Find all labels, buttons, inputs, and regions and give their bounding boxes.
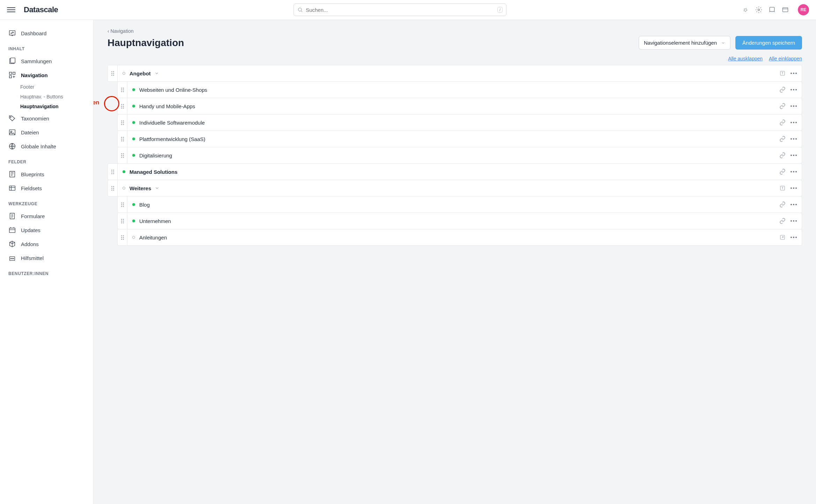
more-actions-button[interactable] xyxy=(791,187,797,189)
drag-handle[interactable] xyxy=(108,180,118,196)
tree-row-body[interactable]: Angebot xyxy=(118,71,779,76)
svg-rect-6 xyxy=(9,72,12,74)
sidebar-item-dashboard[interactable]: Dashboard xyxy=(0,26,93,40)
more-actions-button[interactable] xyxy=(791,220,797,222)
tree-row-body[interactable]: Unternehmen xyxy=(127,218,779,224)
avatar[interactable]: RE xyxy=(798,4,809,15)
addons-icon xyxy=(8,240,16,248)
tree-row-body[interactable]: Weiteres xyxy=(118,185,779,191)
expand-all-link[interactable]: Alle ausklappen xyxy=(728,56,763,61)
drag-handle[interactable] xyxy=(108,65,118,81)
tree-row: Unternehmen xyxy=(117,213,802,229)
more-actions-button[interactable] xyxy=(791,73,797,74)
more-actions-button[interactable] xyxy=(791,155,797,156)
sidebar-item-taxonomien[interactable]: Taxonomien xyxy=(0,111,93,125)
text-icon[interactable] xyxy=(779,70,786,76)
sidebar-subitem[interactable]: Hauptnav. - Buttons xyxy=(0,92,93,102)
sidebar: Dashboard INHALTSammlungenNavigationFoot… xyxy=(0,20,94,504)
menu-toggle-button[interactable] xyxy=(7,6,15,14)
tree-row-actions xyxy=(779,70,802,76)
tree-row-body[interactable]: Blog xyxy=(127,202,779,208)
search-box[interactable]: / xyxy=(294,3,506,16)
blueprint-icon xyxy=(8,170,16,178)
sidebar-item-fieldsets[interactable]: Fieldsets xyxy=(0,181,93,195)
sidebar-item-label: Globale Inhalte xyxy=(21,143,56,149)
link-icon[interactable] xyxy=(779,136,786,142)
sidebar-item-label: Dateien xyxy=(21,129,39,135)
chevron-down-icon[interactable] xyxy=(154,71,159,76)
more-actions-button[interactable] xyxy=(791,105,797,107)
drag-handle[interactable] xyxy=(118,197,127,213)
more-actions-button[interactable] xyxy=(791,237,797,238)
svg-rect-13 xyxy=(10,171,15,177)
sidebar-item-addons[interactable]: Addons xyxy=(0,237,93,251)
sidebar-subitem[interactable]: Footer xyxy=(0,82,93,92)
tree-row-body[interactable]: Plattformentwicklung (SaaS) xyxy=(127,136,779,142)
pin-icon[interactable] xyxy=(742,6,749,13)
sidebar-item-blueprints[interactable]: Blueprints xyxy=(0,167,93,181)
link-icon[interactable] xyxy=(779,201,786,208)
docs-icon[interactable] xyxy=(769,6,776,13)
tree-row: Weiteres xyxy=(107,180,802,197)
save-changes-button[interactable]: Änderungen speichern xyxy=(735,36,802,50)
sidebar-item-updates[interactable]: Updates xyxy=(0,223,93,237)
sidebar-item-sammlungen[interactable]: Sammlungen xyxy=(0,54,93,68)
chevron-down-icon[interactable] xyxy=(155,186,160,191)
more-actions-button[interactable] xyxy=(791,122,797,123)
status-indicator xyxy=(123,72,125,75)
more-actions-button[interactable] xyxy=(791,171,797,172)
link-icon[interactable] xyxy=(779,103,786,109)
link-icon[interactable] xyxy=(779,169,786,175)
status-indicator xyxy=(132,203,135,206)
collapse-all-link[interactable]: Alle einklappen xyxy=(769,56,802,61)
drag-handle[interactable] xyxy=(108,164,118,180)
tree-row-actions xyxy=(779,152,802,158)
tree-row-label: Digitalisierung xyxy=(139,153,172,158)
sidebar-item-formulare[interactable]: Formulare xyxy=(0,209,93,223)
drag-handle[interactable] xyxy=(118,98,127,114)
sidebar-item-navigation[interactable]: Navigation xyxy=(0,68,93,82)
sidebar-subitem[interactable]: Hauptnavigation xyxy=(0,102,93,111)
svg-point-20 xyxy=(13,258,14,259)
external-icon[interactable] xyxy=(779,234,786,240)
link-icon[interactable] xyxy=(779,218,786,224)
drag-handle[interactable] xyxy=(118,213,127,229)
more-actions-button[interactable] xyxy=(791,204,797,205)
sidebar-item-hilfsmittel[interactable]: Hilfsmittel xyxy=(0,251,93,265)
tree-row-actions xyxy=(779,87,802,93)
tree-row-body[interactable]: Handy und Mobile-Apps xyxy=(127,103,779,109)
tree-row-label: Unternehmen xyxy=(139,218,171,224)
sidebar-item-dateien[interactable]: Dateien xyxy=(0,125,93,139)
drag-handle[interactable] xyxy=(118,147,127,163)
drag-handle[interactable] xyxy=(118,131,127,147)
settings-icon[interactable] xyxy=(755,6,762,13)
link-icon[interactable] xyxy=(779,152,786,158)
link-icon[interactable] xyxy=(779,119,786,126)
text-icon[interactable] xyxy=(779,185,786,191)
search-input[interactable] xyxy=(306,7,497,13)
tree-row-body[interactable]: Individuelle Softwaremodule xyxy=(127,120,779,126)
more-actions-button[interactable] xyxy=(791,89,797,90)
site-icon[interactable] xyxy=(782,6,789,13)
sidebar-section-title: BENUTZER:INNEN xyxy=(0,265,93,279)
drag-handle[interactable] xyxy=(118,229,127,245)
status-indicator xyxy=(132,105,135,108)
tree-row-body[interactable]: Managed Solutions xyxy=(118,169,779,175)
tree-row-actions xyxy=(779,103,802,109)
more-actions-button[interactable] xyxy=(791,138,797,140)
tree-row: Angebot xyxy=(107,65,802,82)
breadcrumb[interactable]: Navigation xyxy=(107,28,802,34)
drag-handle[interactable] xyxy=(118,114,127,131)
sidebar-item-globale-inhalte[interactable]: Globale Inhalte xyxy=(0,139,93,153)
tree-row: Handy und Mobile-Apps xyxy=(117,98,802,114)
tree-row-body[interactable]: Anleitungen xyxy=(127,235,779,240)
status-indicator xyxy=(132,121,135,124)
sidebar-item-label: Fieldsets xyxy=(21,185,42,191)
tree-row: Digitalisierung xyxy=(117,147,802,164)
add-nav-element-button[interactable]: Navigationselement hinzufügen xyxy=(639,36,730,50)
tree-row-body[interactable]: Digitalisierung xyxy=(127,153,779,158)
drag-handle[interactable] xyxy=(118,82,127,98)
sidebar-item-label: Navigation xyxy=(21,72,48,78)
tree-row-body[interactable]: Webseiten und Online-Shops xyxy=(127,87,779,93)
link-icon[interactable] xyxy=(779,87,786,93)
